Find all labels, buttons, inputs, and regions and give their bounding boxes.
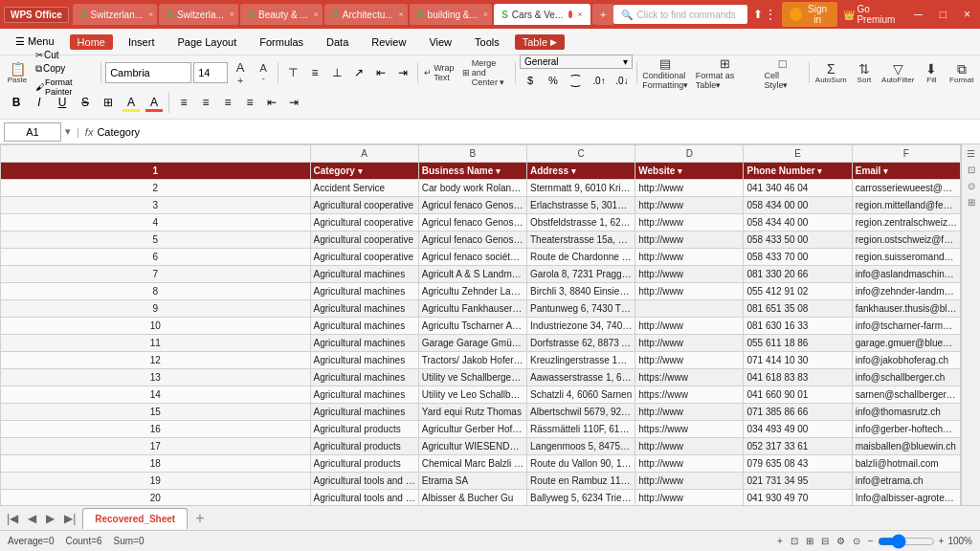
header-category[interactable]: Category ▾ [310, 163, 418, 180]
menu-item-page-layout[interactable]: Page Layout [169, 34, 244, 50]
find-commands-box[interactable]: 🔍 Click to find commands [613, 5, 747, 24]
cell-r12-c5[interactable]: info@jakobhoferag.ch [852, 352, 960, 369]
cell-r8-c0[interactable]: Agricultural machines [310, 283, 418, 300]
cell-r16-c4[interactable]: 034 493 49 00 [744, 421, 852, 438]
tab-switzerlan2[interactable]: S Switzerla... × [159, 4, 238, 25]
font-color-button[interactable]: A [144, 92, 165, 113]
cell-r2-c4[interactable]: 041 340 46 04 [744, 180, 852, 197]
cell-r6-c5[interactable]: region.suisseromande@fenaco.com [852, 249, 960, 266]
percent-button[interactable]: % [543, 70, 564, 91]
cell-r17-c2[interactable]: Langenmoos 5, 8475 Ossingen [527, 438, 635, 455]
cell-r17-c1[interactable]: Agricultur WIESENDANGER AG [418, 438, 526, 455]
panel-icon-2[interactable]: ⊡ [968, 165, 975, 175]
cell-r12-c0[interactable]: Agricultural machines [310, 352, 418, 369]
cell-r5-c1[interactable]: Agricul fenaco Genossenscha [418, 231, 526, 249]
cell-r14-c5[interactable]: sarnen@schallberger.ch [852, 386, 960, 404]
header-website[interactable]: Website ▾ [635, 163, 744, 180]
cell-r3-c5[interactable]: region.mittelland@fenaco.com [852, 197, 960, 214]
cell-r15-c2[interactable]: Albertschwil 5679, 9200 Gossau SG [527, 404, 635, 421]
share-icon[interactable]: ⬆ [753, 8, 763, 21]
bold-button[interactable]: B [6, 92, 27, 113]
cell-r7-c4[interactable]: 081 330 20 66 [744, 266, 852, 283]
cell-r5-c5[interactable]: region.ostschweiz@fenaco.com [852, 231, 960, 249]
cell-r15-c3[interactable]: http://www [635, 404, 744, 421]
cell-r3-c3[interactable]: http://www [635, 197, 744, 214]
tab-switzerlan1[interactable]: S Switzerlan... × [73, 4, 157, 25]
header-email[interactable]: Email ▾ [852, 163, 960, 180]
increase-decimal-button[interactable]: .0↑ [589, 70, 610, 91]
align-left-button[interactable]: ≡ [173, 92, 194, 113]
cell-r3-c0[interactable]: Agricultural cooperative [310, 197, 418, 214]
cell-r11-c0[interactable]: Agricultural machines [310, 335, 418, 352]
decrease-decimal-button[interactable]: .0↓ [612, 70, 633, 91]
cell-r12-c4[interactable]: 071 414 10 30 [744, 352, 852, 369]
align-top-button[interactable]: ⊤ [282, 62, 303, 83]
cell-r8-c5[interactable]: info@zehnder-landmaschinen.ch [852, 283, 960, 300]
cell-r2-c1[interactable]: Car body work Roland Wüest [418, 180, 526, 197]
status-icon-5[interactable]: ⚙ [836, 536, 845, 546]
menu-item-view[interactable]: View [421, 34, 459, 50]
menu-item-menu[interactable]: ☰ Menu [8, 33, 62, 50]
cell-r18-c5[interactable]: balzli@hotmail.com [852, 455, 960, 473]
tab-arch[interactable]: S Architectu... × [324, 4, 408, 25]
zoom-slider[interactable] [878, 534, 935, 549]
cell-r16-c0[interactable]: Agricultural products [310, 421, 418, 438]
format-as-table-button[interactable]: ⊞ Format as Table▾ [692, 59, 759, 86]
col-header-d[interactable]: D [635, 145, 744, 163]
cell-r11-c2[interactable]: Dorfstrasse 62, 8873 Amden [527, 335, 635, 352]
cell-r6-c2[interactable]: Route de Chardonne 2, 1070 Puidoux [527, 249, 635, 266]
col-header-e[interactable]: E [744, 145, 852, 163]
status-icon-1[interactable]: + [777, 536, 783, 546]
sheet-tab-recovered[interactable]: Recovered_Sheet [82, 508, 188, 529]
cell-reference[interactable]: A1 [4, 122, 61, 142]
header-business[interactable]: Business Name ▾ [418, 163, 526, 180]
cell-r19-c4[interactable]: 021 731 34 95 [744, 473, 852, 490]
paste-button[interactable]: 📋 Paste [4, 59, 31, 86]
header-address[interactable]: Address ▾ [527, 163, 635, 180]
cell-r3-c4[interactable]: 058 434 00 00 [744, 197, 852, 214]
copy-button[interactable]: ⧉Copy [33, 62, 97, 76]
cell-r4-c1[interactable]: Agricul fenaco Genossenscha [418, 214, 526, 231]
sheet-nav-first[interactable]: |◀ [4, 512, 21, 525]
cell-r4-c0[interactable]: Agricultural cooperative [310, 214, 418, 231]
menu-item-insert[interactable]: Insert [121, 34, 163, 50]
zoom-out-button[interactable]: − [868, 536, 874, 546]
align-center-button[interactable]: ≡ [195, 92, 216, 113]
sheet-nav-next[interactable]: ▶ [43, 512, 57, 525]
cell-r18-c4[interactable]: 079 635 08 43 [744, 455, 852, 473]
col-header-b[interactable]: B [418, 145, 526, 163]
cell-r19-c2[interactable]: Route en Rambuz 11, 1037 Etagnière [527, 473, 635, 490]
cell-r18-c2[interactable]: Route du Vallon 90, 1720 Chésopello [527, 455, 635, 473]
cell-r2-c0[interactable]: Accident Service [310, 180, 418, 197]
comma-button[interactable]: ⁐ [566, 70, 587, 91]
more-icon[interactable]: ⋮ [765, 8, 776, 21]
wps-logo[interactable]: WPS Office [4, 7, 69, 23]
cell-r19-c0[interactable]: Agricultural tools and machine [310, 473, 418, 490]
menu-item-tools[interactable]: Tools [467, 34, 507, 50]
view-page-icon[interactable]: ⊟ [821, 536, 829, 546]
indent-decrease-button[interactable]: ⇤ [370, 62, 391, 83]
cell-r6-c1[interactable]: Agricul fenaco société coopé [418, 249, 526, 266]
cell-r10-c4[interactable]: 081 630 16 33 [744, 318, 852, 335]
cell-r8-c3[interactable]: http://www [635, 283, 744, 300]
cell-r20-c3[interactable]: http://www [635, 490, 744, 506]
minimize-button[interactable]: ─ [908, 8, 928, 21]
cell-r15-c0[interactable]: Agricultural machines [310, 404, 418, 421]
cell-r13-c2[interactable]: Aawasserstrasse 1, 6370 Oberdorf N [527, 369, 635, 386]
cell-r17-c3[interactable]: http://www [635, 438, 744, 455]
add-sheet-button[interactable]: + [191, 510, 208, 527]
cell-r9-c2[interactable]: Pantunweg 6, 7430 Thusis [527, 300, 635, 318]
cell-r2-c2[interactable]: Sternmatt 9, 6010 Kriens [527, 180, 635, 197]
tab-building[interactable]: S building &... × [410, 4, 492, 25]
cell-r4-c4[interactable]: 058 434 40 00 [744, 214, 852, 231]
merge-center-button[interactable]: ⊞ Merge andCenter ▾ [458, 59, 511, 86]
italic-button[interactable]: I [29, 92, 50, 113]
col-header-f[interactable]: F [852, 145, 960, 163]
cell-r18-c3[interactable]: http://www [635, 455, 744, 473]
menu-item-table[interactable]: Table ▶ [515, 34, 565, 50]
indent-increase-button[interactable]: ⇥ [392, 62, 413, 83]
cell-r9-c5[interactable]: fankhauser.thusis@bluewin.ch [852, 300, 960, 318]
header-phone[interactable]: Phone Number ▾ [744, 163, 852, 180]
menu-item-home[interactable]: Home [70, 34, 113, 50]
fill-color-button[interactable]: A [121, 92, 142, 113]
